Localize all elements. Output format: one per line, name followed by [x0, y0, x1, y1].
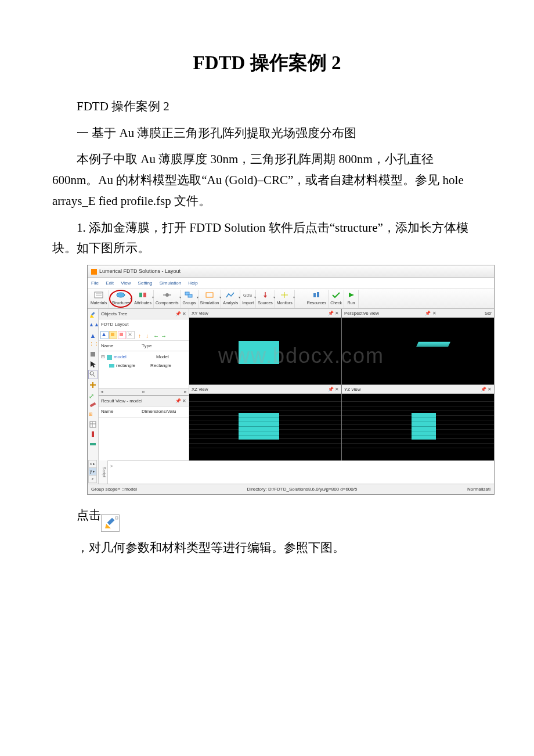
tree-scrollbar[interactable]: ◄ m ►: [99, 388, 189, 395]
para-6: ，对几何参数和材料类型等进行编辑。参照下图。: [52, 538, 482, 559]
svg-text:GDS: GDS: [243, 293, 252, 297]
tree-row-rectangle[interactable]: rectangle Rectangle: [101, 362, 186, 370]
menu-view[interactable]: View: [121, 280, 131, 286]
down-arrow-icon[interactable]: ↓: [146, 331, 153, 338]
layout-label: FDTD Layout: [99, 319, 189, 330]
left-toolbar: ▲▲ ▲ ⋮⋮⋮ ⤢ ⊞: [88, 309, 99, 460]
svg-rect-33: [111, 333, 114, 336]
tool-icon[interactable]: ⤢: [89, 391, 97, 399]
axis-x-button[interactable]: x ▸: [88, 460, 97, 468]
svg-line-25: [93, 375, 95, 377]
pan-icon[interactable]: [89, 381, 97, 389]
axis-buttons: x ▸ y ▸ z: [88, 460, 97, 483]
chevron-down-icon[interactable]: ▾: [130, 296, 132, 301]
tool-icon[interactable]: ▲▲: [89, 321, 97, 329]
menu-bar[interactable]: File Edit View Setting Simulation Help: [88, 278, 494, 289]
cursor-icon[interactable]: [89, 360, 97, 368]
import-button[interactable]: GDS Import ▾: [240, 290, 256, 308]
left-arrow-icon[interactable]: ←: [153, 331, 160, 338]
status-directory: Directory: D:/FDTD_Solutions8.6.0/yu/g=8…: [247, 485, 358, 494]
svg-point-24: [90, 372, 93, 375]
tool-icon[interactable]: [89, 430, 97, 438]
tree-btn-icon[interactable]: [100, 331, 109, 339]
grid-icon[interactable]: ⊞: [89, 411, 97, 419]
pin-close-icon[interactable]: 📌 ✕: [328, 309, 339, 318]
svg-rect-27: [90, 422, 96, 427]
pin-close-icon[interactable]: 📌 ✕: [175, 310, 186, 318]
svg-marker-14: [264, 296, 267, 298]
groups-button[interactable]: Groups ▾: [181, 290, 199, 308]
rectangle-icon: [109, 364, 114, 368]
menu-help[interactable]: Help: [188, 280, 197, 286]
grid-icon[interactable]: ⋮⋮⋮: [89, 340, 97, 348]
tool-icon[interactable]: [89, 440, 97, 448]
tree-row-model[interactable]: ⊟ model Model: [101, 353, 186, 361]
chevron-down-icon[interactable]: ▾: [293, 294, 295, 300]
para-5-pre: 点击: [77, 505, 101, 526]
zoom-icon[interactable]: [88, 370, 98, 379]
monitors-button[interactable]: Monitors ▾: [275, 290, 295, 308]
resources-button[interactable]: Resources: [305, 290, 329, 308]
materials-button[interactable]: Materials: [89, 290, 109, 308]
svg-rect-21: [91, 312, 95, 315]
expand-icon[interactable]: ⊟: [101, 353, 105, 361]
menu-simulation[interactable]: Simulation: [160, 280, 181, 286]
check-button[interactable]: Check: [329, 290, 344, 308]
edit-button-icon[interactable]: [101, 514, 120, 532]
svg-marker-23: [91, 361, 96, 368]
objects-tree-header: Objects Tree 📌 ✕: [99, 309, 189, 320]
structures-button[interactable]: Structures ▾: [109, 290, 132, 308]
screenshot-figure: Lumerical FDTD Solutions - Layout File E…: [87, 265, 482, 495]
menu-edit[interactable]: Edit: [106, 280, 114, 286]
axis-z-button[interactable]: z: [88, 475, 97, 483]
tree-toolbar: ↑ ↓ ← →: [99, 330, 189, 341]
pin-close-icon[interactable]: 📌 ✕: [175, 397, 186, 405]
tree-btn-icon[interactable]: [127, 331, 135, 339]
pin-close-icon[interactable]: 📌 ✕: [425, 309, 436, 318]
main-toolbar: Materials Structures ▾ Attributes ▾ Comp…: [88, 289, 494, 309]
tree-btn-icon[interactable]: [109, 331, 117, 339]
viewport-xz[interactable]: XZ view📌 ✕: [189, 385, 341, 460]
ruler-icon[interactable]: [89, 401, 97, 409]
result-view-header: Result View - model 📌 ✕: [99, 396, 189, 407]
up-arrow-icon[interactable]: ↑: [138, 331, 145, 338]
menu-setting[interactable]: Setting: [138, 280, 153, 286]
svg-marker-32: [102, 333, 106, 336]
svg-rect-4: [139, 293, 142, 297]
attributes-button[interactable]: Attributes ▾: [132, 290, 154, 308]
title-bar: Lumerical FDTD Solutions - Layout: [88, 265, 494, 278]
components-button[interactable]: Components ▾: [154, 290, 181, 308]
analysis-button[interactable]: Analysis ▾: [221, 290, 240, 308]
simulation-button[interactable]: Simulation ▾: [199, 290, 222, 308]
para-4: 1. 添加金薄膜，打开 FDTD Solution 软件后点击“structur…: [52, 218, 482, 259]
tree-btn-icon[interactable]: [118, 331, 126, 339]
viewport-grid: www.bdocx.com XY view📌 ✕ Perspective vie…: [189, 309, 494, 460]
viewport-xy[interactable]: XY view📌 ✕: [189, 309, 341, 384]
model-icon: [107, 355, 112, 360]
tool-icon[interactable]: [89, 350, 97, 358]
viewport-perspective[interactable]: Perspective view📌 ✕Scr: [342, 309, 494, 384]
menu-file[interactable]: File: [91, 280, 99, 286]
pin-close-icon[interactable]: 📌 ✕: [481, 386, 492, 394]
script-area[interactable]: >: [108, 460, 494, 484]
right-arrow-icon[interactable]: →: [161, 331, 168, 338]
fdtd-window: Lumerical FDTD Solutions - Layout File E…: [87, 265, 495, 495]
object-tree[interactable]: ⊟ model Model rectangle Rectangle: [99, 351, 189, 387]
svg-rect-38: [107, 518, 115, 525]
table-icon[interactable]: [89, 420, 97, 429]
axis-y-button[interactable]: y ▸: [88, 467, 97, 476]
tool-icon[interactable]: ▲: [89, 330, 97, 339]
para-2: 一 基于 Au 薄膜正三角形孔阵列提取光场强度分布图: [52, 123, 482, 144]
sources-button[interactable]: Sources ▾: [256, 290, 275, 308]
svg-point-3: [117, 293, 125, 297]
svg-rect-10: [188, 294, 192, 297]
edit-icon[interactable]: [89, 311, 97, 319]
svg-rect-22: [91, 352, 95, 357]
script-panel-tab[interactable]: Script Freerip: [99, 460, 108, 484]
svg-marker-19: [349, 293, 354, 297]
svg-rect-39: [116, 517, 118, 519]
viewport-yz[interactable]: YZ view📌 ✕: [342, 385, 494, 460]
svg-rect-17: [313, 293, 316, 297]
run-button[interactable]: Run: [344, 290, 359, 308]
pin-close-icon[interactable]: 📌 ✕: [328, 386, 339, 394]
